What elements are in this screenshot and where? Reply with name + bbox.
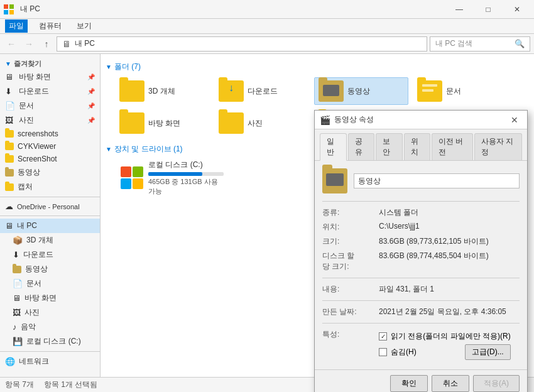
sidebar-item-drive[interactable]: 💾 로컬 디스크 (C:) <box>0 334 100 349</box>
sidebar-3d-label: 3D 개체 <box>26 235 53 246</box>
folder-photos-icon <box>219 112 244 134</box>
drive-c-label: 로컬 디스크 (C:) <box>148 160 203 169</box>
dialog-close-button[interactable]: ✕ <box>507 112 522 128</box>
sidebar-item-onedrive[interactable]: ☁ OneDrive - Personal <box>0 200 100 213</box>
sidebar-doc2-label: 문서 <box>26 278 41 289</box>
sidebar-music-label: 음악 <box>21 322 36 332</box>
tab-location[interactable]: 위치 <box>404 133 431 160</box>
menu-computer[interactable]: 컴퓨터 <box>35 19 65 33</box>
sidebar-item-docs[interactable]: 📄 문서 📌 <box>0 99 100 113</box>
advanced-button[interactable]: 고급(D)... <box>465 344 511 360</box>
divider1 <box>0 197 100 197</box>
search-box[interactable]: 내 PC 검색 🔍 <box>430 36 530 52</box>
window-controls: — □ ✕ <box>445 0 531 19</box>
sidebar-item-doc2[interactable]: 📄 문서 <box>0 276 100 291</box>
forward-button[interactable]: → <box>21 36 36 52</box>
sidebar-item-pic2[interactable]: 🖼 사진 <box>0 305 100 320</box>
address-box[interactable]: 🖥 내 PC <box>57 36 427 52</box>
prop-type-value: 시스템 폴더 <box>379 207 418 218</box>
tab-general[interactable]: 일반 <box>320 133 347 161</box>
sidebar-item-mypc[interactable]: 🖥 내 PC <box>0 219 100 233</box>
ok-button[interactable]: 확인 <box>390 375 428 392</box>
sidebar-item-videos[interactable]: 동영상 <box>0 165 100 180</box>
prop-name-input[interactable] <box>354 173 520 188</box>
hidden-checkbox-row: 숨김(H) <box>379 347 417 357</box>
folder-item-docs[interactable]: 문서 <box>413 77 508 105</box>
sidebar-item-desk2[interactable]: 🖥 바탕 화면 <box>0 291 100 305</box>
maximize-button[interactable]: □ <box>474 0 503 19</box>
sidebar-mypc-label: 내 PC <box>17 220 37 231</box>
pin-icon: 📌 <box>87 74 95 80</box>
tab-custom[interactable]: 사용자 지정 <box>474 133 522 160</box>
folder-download-label: 다운로드 <box>248 86 278 97</box>
cancel-button[interactable]: 취소 <box>432 375 469 392</box>
sidebar-item-dl2[interactable]: ⬇ 다운로드 <box>0 248 100 262</box>
folder-item-download[interactable]: ↓ 다운로드 <box>215 77 309 105</box>
sidebar-item-photos[interactable]: 🖼 사진 📌 <box>0 113 100 128</box>
folder-desktop-label: 바탕 화면 <box>148 118 180 129</box>
sidebar-videos-label: 동영상 <box>18 167 40 178</box>
dialog-title-icon: 🎬 <box>320 115 330 125</box>
close-button[interactable]: ✕ <box>503 0 531 19</box>
dialog-tabs: 일반 공유 보안 위치 이전 버전 사용자 지정 <box>315 129 527 161</box>
sidebar-item-screenshot[interactable]: ScreenShot <box>0 153 100 165</box>
prop-divider4 <box>322 323 520 324</box>
sidebar: ▼즐겨찾기 🖥 바탕 화면 📌 ⬇ 다운로드 📌 📄 문서 📌 🖼 사진 📌 s… <box>0 54 101 377</box>
drive-bar-fill <box>148 172 202 176</box>
folder-item-3d[interactable]: 3D 개체 <box>116 77 210 105</box>
prop-row-disksize: 디스크 할 당 크기: 83.6GB (89,774,485,504 바이트) <box>322 249 520 274</box>
drives-arrow: ▼ <box>106 146 112 153</box>
prop-divider1 <box>322 201 520 202</box>
prop-row-attr: 특성: 읽기 전용(폴더의 파일에만 적용)(R) 숨김(H) 고급(D)... <box>322 327 520 362</box>
menu-view[interactable]: 보기 <box>73 19 95 33</box>
onedrive-icon: ☁ <box>5 202 13 211</box>
tab-security[interactable]: 보안 <box>376 133 403 160</box>
folder-icon-videos <box>5 169 14 177</box>
mypc-icon: 🖥 <box>5 221 13 231</box>
sidebar-item-vid2[interactable]: 동영상 <box>0 262 100 276</box>
folders-section-header[interactable]: ▼ 폴더 (7) <box>106 59 529 75</box>
sidebar-item-desktop[interactable]: 🖥 바탕 화면 📌 <box>0 70 100 84</box>
folder-item-desktop[interactable]: 바탕 화면 <box>116 110 210 136</box>
sidebar-item-network[interactable]: 🌐 네트워크 <box>0 354 100 369</box>
prop-header <box>322 168 520 193</box>
hidden-checkbox[interactable] <box>379 348 387 356</box>
search-placeholder: 내 PC 검색 <box>435 38 472 49</box>
readonly-checkbox[interactable] <box>379 332 387 340</box>
up-button[interactable]: ↑ <box>39 36 54 52</box>
sidebar-item-downloads[interactable]: ⬇ 다운로드 📌 <box>0 84 100 99</box>
minimize-button[interactable]: — <box>445 0 474 19</box>
folder-item-photos[interactable]: 사진 <box>215 110 309 136</box>
sidebar-docs-label: 문서 <box>19 101 34 111</box>
apply-button[interactable]: 적용(A) <box>473 375 520 392</box>
tab-previous[interactable]: 이전 버전 <box>432 133 473 160</box>
address-path: 내 PC <box>75 38 95 49</box>
divider3 <box>0 351 100 352</box>
folder-video-icon <box>319 80 344 102</box>
hidden-row: 숨김(H) 고급(D)... <box>379 344 511 360</box>
back-button[interactable]: ← <box>4 36 19 52</box>
pin-icon2: 📌 <box>87 88 95 95</box>
title-bar-icons <box>3 3 15 16</box>
properties-dialog[interactable]: 🎬 동영상 속성 ✕ 일반 공유 보안 위치 이전 버전 사용자 지정 종류: … <box>314 110 528 392</box>
sidebar-item-cykviewer[interactable]: CYKViewer <box>0 140 100 153</box>
sidebar-item-music[interactable]: ♪ 음악 <box>0 320 100 334</box>
sidebar-item-screenshots[interactable]: screenshots <box>0 128 100 140</box>
folder-item-video[interactable]: 동영상 <box>314 77 408 105</box>
prop-created-label: 만든 날짜: <box>322 307 379 317</box>
svg-rect-0 <box>4 4 8 9</box>
3d-icon: 📦 <box>13 236 23 245</box>
folder-vid2-icon <box>13 266 21 273</box>
sidebar-capture-label: 캡처 <box>18 182 33 192</box>
sidebar-drive-label: 로컬 디스크 (C:) <box>26 336 81 347</box>
menu-file[interactable]: 파일 <box>5 19 28 33</box>
address-pc-icon: 🖥 <box>62 39 71 49</box>
sidebar-desk2-label: 바탕 화면 <box>25 293 57 303</box>
drives-section-label: 장치 및 드라이브 (1) <box>114 144 183 155</box>
folder-docs-icon <box>417 80 442 102</box>
tab-share[interactable]: 공유 <box>348 133 375 160</box>
sidebar-item-3d[interactable]: 📦 3D 개체 <box>0 233 100 248</box>
prop-row-location: 위치: C:\Users\jjj1 <box>322 220 520 234</box>
sidebar-item-capture[interactable]: 캡처 <box>0 180 100 194</box>
drive-icon: 💾 <box>13 337 23 346</box>
